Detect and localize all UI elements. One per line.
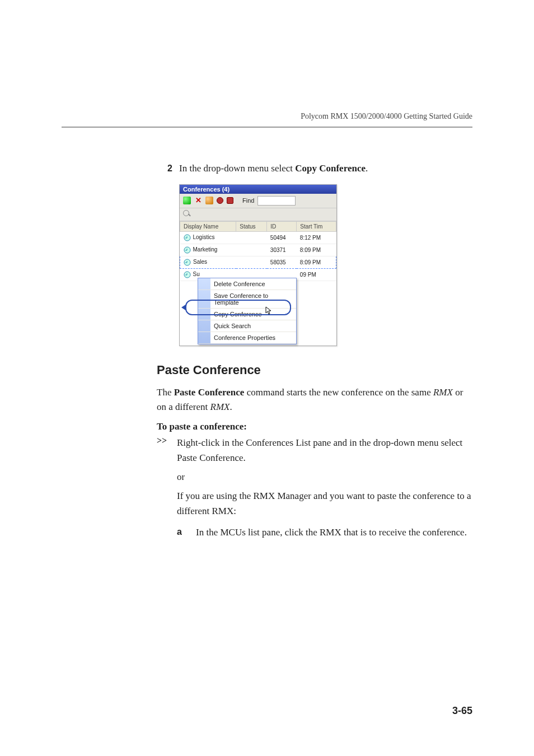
- cursor-icon: [265, 306, 273, 315]
- cell-id: 30371: [267, 244, 297, 256]
- procedure-step: >> Right-click in the Conferences List p…: [157, 436, 472, 540]
- action-icon[interactable]: [205, 197, 213, 204]
- step-body: Right-click in the Conferences List pane…: [177, 436, 472, 540]
- paragraph-intro: The Paste Conference command starts the …: [157, 385, 472, 415]
- cell-start: 8:09 PM: [297, 256, 336, 268]
- table-row[interactable]: Marketing 30371 8:09 PM: [180, 244, 336, 256]
- table-row[interactable]: Logistics 50494 8:12 PM: [180, 231, 336, 244]
- find-input[interactable]: [257, 196, 296, 206]
- conference-icon: [184, 234, 191, 241]
- panel-title: Conferences (4): [180, 185, 336, 194]
- record-icon[interactable]: [217, 197, 223, 204]
- menu-item-conference-properties[interactable]: Conference Properties: [198, 332, 296, 344]
- context-menu-area: Delete Conference Save Conference to Tem…: [180, 281, 336, 346]
- sub-step-a: a In the MCUs list pane, click the RMX t…: [177, 525, 472, 540]
- conference-icon: [184, 271, 191, 278]
- stop-icon[interactable]: [227, 197, 233, 204]
- page-number: 3-65: [452, 705, 472, 717]
- running-head: Polycom RMX 1500/2000/4000 Getting Start…: [62, 0, 472, 127]
- menu-item-copy-conference[interactable]: Copy Conference: [198, 309, 296, 320]
- toolbar-row-1: ✕ Find: [180, 194, 336, 208]
- conference-icon: [184, 259, 191, 266]
- cell-name: Sales: [193, 259, 207, 265]
- conference-icon: [184, 246, 191, 254]
- menu-item-quick-search[interactable]: Quick Search: [198, 320, 296, 332]
- cell-name: Logistics: [193, 234, 215, 240]
- step-pre: In the drop-down menu select: [179, 163, 295, 174]
- content-area: 2 In the drop-down menu select Copy Conf…: [157, 161, 472, 540]
- table-row-selected[interactable]: Sales 58035 8:09 PM: [180, 256, 336, 268]
- search-icon[interactable]: [183, 210, 191, 218]
- col-start-time[interactable]: Start Tim: [297, 221, 336, 231]
- find-label: Find: [242, 197, 254, 204]
- menu-item-delete-conference[interactable]: Delete Conference: [198, 278, 296, 290]
- heading-paste-conference: Paste Conference: [157, 363, 472, 377]
- delete-icon[interactable]: ✕: [194, 197, 202, 204]
- table-header-row: Display Name Status ID Start Tim: [180, 221, 336, 231]
- numbered-step-2: 2 In the drop-down menu select Copy Conf…: [157, 161, 472, 176]
- cell-id: 58035: [267, 256, 297, 268]
- page: Polycom RMX 1500/2000/4000 Getting Start…: [0, 0, 534, 756]
- cell-name: Marketing: [193, 246, 218, 253]
- procedure-title: To paste a conference:: [157, 421, 472, 432]
- sub-step-marker: a: [177, 525, 196, 540]
- step-post: .: [366, 163, 368, 174]
- conferences-table: Display Name Status ID Start Tim Logisti…: [180, 221, 336, 281]
- context-menu: Delete Conference Save Conference to Tem…: [198, 278, 297, 344]
- sub-step-body: In the MCUs list pane, click the RMX tha…: [196, 525, 467, 540]
- menu-item-save-conference-template[interactable]: Save Conference to Template: [198, 290, 296, 309]
- screenshot-conferences-panel: Conferences (4) ✕ Find Display Name Stat…: [179, 184, 337, 346]
- step-number: 2: [157, 164, 172, 174]
- cell-id: 50494: [267, 231, 297, 244]
- col-display-name[interactable]: Display Name: [180, 221, 236, 231]
- or-text: or: [177, 470, 472, 484]
- header-rule: [62, 127, 472, 128]
- col-id[interactable]: ID: [267, 221, 297, 231]
- cell-name: Su: [193, 271, 200, 277]
- cell-start: 8:09 PM: [297, 244, 336, 256]
- col-status[interactable]: Status: [236, 221, 267, 231]
- cell-start: 8:12 PM: [297, 231, 336, 244]
- step-text: In the drop-down menu select Copy Confer…: [179, 161, 368, 176]
- cell-start: 09 PM: [297, 268, 336, 281]
- step-marker: >>: [157, 436, 177, 540]
- new-icon[interactable]: [183, 197, 191, 204]
- toolbar-row-2: [180, 208, 336, 221]
- step-bold: Copy Conference: [295, 163, 366, 174]
